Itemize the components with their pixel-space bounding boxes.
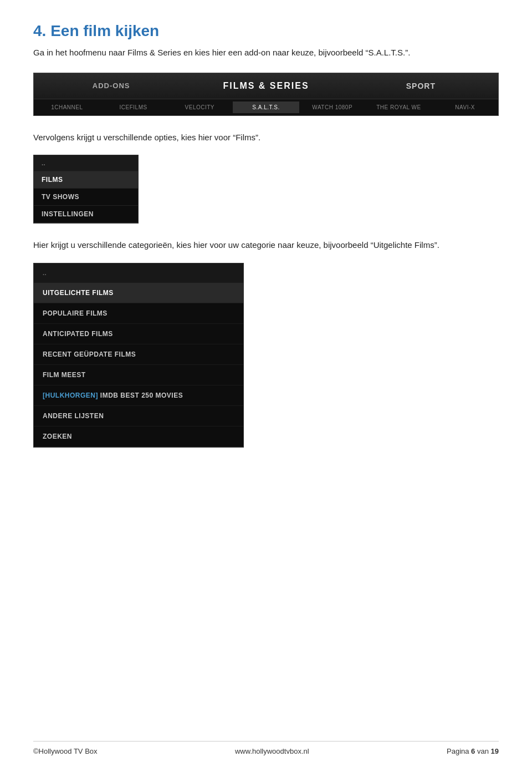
menu-small-item-films: FILMS (34, 171, 138, 189)
nav-top-addons: ADD-ONS (34, 78, 188, 93)
section2-text: Vervolgens krijgt u verschillende opties… (33, 131, 499, 144)
nav-bottom-1channel: 1CHANNEL (34, 101, 100, 113)
menu-small-item-dotdot: .. (34, 155, 138, 171)
footer-page-number: Pagina 6 van 19 (447, 747, 499, 755)
footer-copyright: ©Hollywood TV Box (33, 747, 98, 755)
nav-bottom-bar: 1CHANNEL ICEFILMS VELOCITY S.A.L.T.S. WA… (34, 99, 498, 115)
nav-bottom-navix: NAVI-X (432, 101, 498, 113)
menu-small-item-tvshows: TV SHOWS (34, 189, 138, 206)
nav-top-sport: SPORT (344, 78, 498, 94)
menu-large-item-uitgelichte: UITGELICHTE FILMS (34, 283, 243, 303)
menu-large-item-filmmeest: FILM MEEST (34, 365, 243, 385)
menu-large-item-recent: RECENT GEÜPDATE FILMS (34, 344, 243, 365)
menu-large-item-hulkhorgen: [HULKHORGEN] IMDB BEST 250 MOVIES (34, 385, 243, 406)
nav-top-films-series: FILMS & SERIES (188, 78, 343, 94)
page-footer: ©Hollywood TV Box www.hollywoodtvbox.nl … (33, 741, 499, 755)
menu-large-item-andere: ANDERE LIJSTEN (34, 406, 243, 426)
menu-small-item-instellingen: INSTELLINGEN (34, 206, 138, 223)
intro-text: Ga in het hoofmenu naar Films & Series e… (33, 47, 499, 59)
page-title: 4. Een film kijken (33, 22, 499, 40)
menu-large-item-anticipated: ANTICIPATED FILMS (34, 324, 243, 344)
menu-small-screenshot: .. FILMS TV SHOWS INSTELLINGEN (33, 155, 139, 224)
menu-large-item-dotdot: .. (34, 263, 243, 283)
section3-text: Hier krijgt u verschillende categorieën,… (33, 239, 499, 252)
nav-bottom-icefilms: ICEFILMS (100, 101, 167, 113)
hulkhorgen-label: [HULKHORGEN] (43, 392, 98, 399)
nav-bottom-velocity: VELOCITY (166, 101, 233, 113)
menu-large-screenshot: .. UITGELICHTE FILMS POPULAIRE FILMS ANT… (33, 263, 244, 448)
nav-top-bar: ADD-ONS FILMS & SERIES SPORT (34, 73, 498, 99)
nav-screenshot: ADD-ONS FILMS & SERIES SPORT 1CHANNEL IC… (33, 73, 499, 116)
menu-large-item-populaire: POPULAIRE FILMS (34, 303, 243, 324)
nav-bottom-watch1080p: WATCH 1080P (299, 101, 366, 113)
footer-website: www.hollywoodtvbox.nl (235, 747, 309, 755)
menu-large-item-zoeken: ZOEKEN (34, 426, 243, 447)
nav-bottom-royalwe: THE ROYAL WE (366, 101, 432, 113)
nav-bottom-salts: S.A.L.T.S. (233, 101, 299, 113)
